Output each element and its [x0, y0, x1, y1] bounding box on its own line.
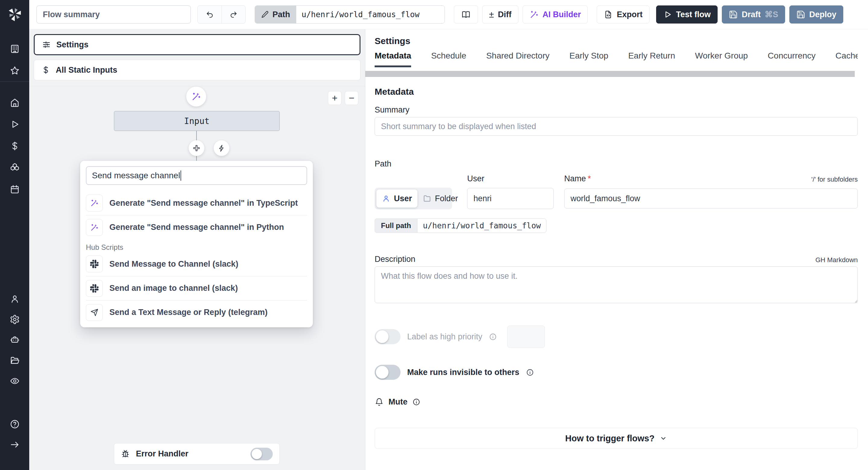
flow-summary-input[interactable]: [36, 5, 191, 24]
app-sidebar: [0, 0, 29, 470]
bug-icon: [121, 449, 130, 459]
tab-worker-group[interactable]: Worker Group: [695, 51, 748, 67]
audit-logs-icon: [10, 376, 20, 386]
docs-button[interactable]: [454, 5, 478, 24]
sidebar-item-variables[interactable]: [0, 135, 29, 157]
sidebar-item-audit-logs[interactable]: [0, 371, 29, 391]
favorites-icon: [10, 65, 20, 76]
wand-sparkles-icon: [530, 10, 538, 19]
step-search-input[interactable]: Send message channel: [86, 166, 307, 185]
step-result-label: Send an image to channel (slack): [110, 284, 238, 293]
export-button[interactable]: Export: [597, 5, 650, 24]
add-step-button[interactable]: [189, 140, 204, 156]
step-result-item[interactable]: Generate "Send message channel" in Pytho…: [86, 215, 307, 239]
tab-early-return[interactable]: Early Return: [628, 51, 675, 67]
sidebar-item-workers[interactable]: [0, 330, 29, 350]
sidebar-item-settings[interactable]: [0, 309, 29, 330]
all-static-inputs-button[interactable]: All Static Inputs: [34, 60, 361, 80]
mute-label[interactable]: Mute: [389, 397, 407, 407]
diff-button[interactable]: ± Diff: [482, 5, 518, 24]
redo-button[interactable]: [221, 6, 245, 23]
tab-metadata[interactable]: Metadata: [375, 51, 411, 67]
undo-button[interactable]: [198, 6, 221, 23]
ai-flow-builder-node[interactable]: [186, 87, 206, 107]
step-result-label: Send Message to Channel (slack): [110, 259, 239, 269]
invisible-runs-row: Make runs invisible to others: [375, 365, 858, 380]
owner-folder-label: Folder: [435, 194, 458, 203]
tabs-horizontal-scrollbar[interactable]: [365, 71, 855, 77]
path-user-input[interactable]: [467, 188, 554, 209]
path-edit-button[interactable]: Path: [255, 6, 296, 23]
sidebar-item-users[interactable]: [0, 289, 29, 309]
canvas-divider: [29, 86, 365, 86]
tab-cache[interactable]: Cache: [835, 51, 858, 67]
sidebar-item-home[interactable]: [0, 92, 29, 113]
wand-sparkles-icon: [191, 92, 201, 101]
tab-concurrency[interactable]: Concurrency: [768, 51, 815, 67]
step-result-item[interactable]: Send a Text Message or Reply (telegram): [86, 300, 307, 324]
ai-builder-button[interactable]: AI Builder: [523, 5, 588, 24]
windmill-logo[interactable]: [8, 0, 22, 28]
full-path-row: Full path u/henri/world_famous_flow: [375, 218, 547, 233]
mute-row: Mute: [375, 397, 858, 407]
path-name-input[interactable]: [564, 188, 858, 208]
test-flow-label: Test flow: [676, 10, 711, 19]
toggle-knob: [376, 366, 389, 379]
toggle-knob: [252, 449, 262, 459]
invisible-runs-toggle[interactable]: [375, 365, 401, 380]
summary-input[interactable]: [375, 117, 858, 136]
sidebar-item-runs[interactable]: [0, 113, 29, 135]
sidebar-item-collapse-sidebar[interactable]: [0, 434, 29, 455]
sliders-icon: [42, 40, 51, 49]
step-result-item[interactable]: Send an image to channel (slack): [86, 276, 307, 300]
hub-scripts-section-label: Hub Scripts: [86, 243, 307, 252]
sidebar-item-folders[interactable]: [0, 350, 29, 371]
undo-redo-group: [197, 5, 246, 24]
input-node[interactable]: Input: [114, 111, 280, 131]
step-picker-dropdown: Send message channel Generate "Send mess…: [80, 161, 313, 327]
settings-panel-title: Settings: [375, 36, 858, 46]
step-result-item[interactable]: Generate "Send message channel" in TypeS…: [86, 191, 307, 215]
description-textarea[interactable]: [375, 266, 858, 303]
step-result-label: Generate "Send message channel" in TypeS…: [110, 199, 298, 208]
sidebar-item-favorites[interactable]: [0, 60, 29, 82]
diff-label: Diff: [498, 10, 512, 19]
tab-shared-directory[interactable]: Shared Directory: [486, 51, 550, 67]
test-flow-button[interactable]: Test flow: [656, 5, 718, 24]
user-field-label: User: [467, 174, 554, 183]
error-handler-node[interactable]: Error Handler: [114, 443, 280, 465]
path-section-label: Path: [375, 159, 858, 169]
redo-icon: [229, 10, 238, 19]
sidebar-item-workspace[interactable]: [0, 38, 29, 60]
draft-shortcut: ⌘S: [765, 10, 778, 19]
zoom-out-button[interactable]: −: [345, 91, 358, 105]
flow-path-input[interactable]: [296, 6, 444, 23]
high-priority-toggle[interactable]: [375, 329, 401, 344]
tab-schedule[interactable]: Schedule: [431, 51, 466, 67]
tab-early-stop[interactable]: Early Stop: [569, 51, 608, 67]
full-path-value: u/henri/world_famous_flow: [417, 218, 547, 233]
sidebar-item-schedules[interactable]: [0, 179, 29, 200]
plus-cross-icon: [192, 144, 201, 152]
how-to-trigger-flows-expander[interactable]: How to trigger flows?: [375, 428, 858, 449]
owner-folder-option[interactable]: Folder: [417, 189, 464, 208]
step-result-item[interactable]: Send Message to Channel (slack): [86, 252, 307, 276]
error-handler-toggle[interactable]: [250, 448, 273, 460]
sidebar-item-resources[interactable]: [0, 157, 29, 179]
deploy-button[interactable]: Deploy: [789, 5, 843, 24]
priority-value-input[interactable]: [507, 325, 545, 348]
draft-button[interactable]: Draft ⌘S: [722, 5, 785, 24]
required-marker: *: [588, 174, 591, 183]
add-trigger-button[interactable]: [214, 140, 229, 156]
owner-user-option[interactable]: User: [376, 189, 417, 208]
flow-settings-button[interactable]: Settings: [34, 34, 361, 55]
flow-canvas[interactable]: Settings All Static Inputs + − Input Sen…: [29, 29, 365, 470]
slack-icon: [86, 256, 103, 272]
zoom-in-button[interactable]: +: [328, 91, 341, 105]
sidebar-item-help[interactable]: [0, 414, 29, 434]
help-icon: [10, 419, 20, 429]
workers-icon: [10, 335, 20, 345]
ai-builder-label: AI Builder: [542, 10, 581, 19]
generate-results-list: Generate "Send message channel" in TypeS…: [86, 191, 307, 239]
step-result-label: Send a Text Message or Reply (telegram): [110, 308, 268, 317]
